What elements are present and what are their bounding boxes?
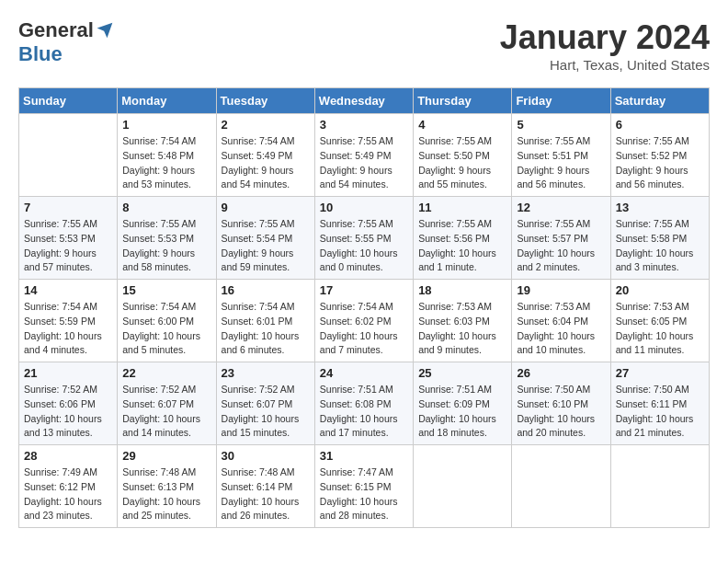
day-info: Sunrise: 7:55 AMSunset: 5:51 PMDaylight:… bbox=[517, 134, 605, 192]
calendar-cell: 10Sunrise: 7:55 AMSunset: 5:55 PMDayligh… bbox=[314, 197, 413, 280]
calendar-week-row: 14Sunrise: 7:54 AMSunset: 5:59 PMDayligh… bbox=[19, 280, 710, 362]
day-number: 14 bbox=[24, 283, 112, 297]
logo-blue-text: Blue bbox=[18, 42, 63, 66]
calendar-cell: 29Sunrise: 7:48 AMSunset: 6:13 PMDayligh… bbox=[118, 445, 216, 528]
day-number: 19 bbox=[517, 283, 605, 297]
calendar-cell bbox=[512, 445, 610, 528]
calendar-week-row: 21Sunrise: 7:52 AMSunset: 6:06 PMDayligh… bbox=[19, 362, 710, 445]
calendar-cell: 5Sunrise: 7:55 AMSunset: 5:51 PMDaylight… bbox=[512, 114, 610, 197]
calendar-cell: 19Sunrise: 7:53 AMSunset: 6:04 PMDayligh… bbox=[512, 280, 610, 362]
day-info: Sunrise: 7:55 AMSunset: 5:58 PMDaylight:… bbox=[616, 217, 704, 275]
calendar-header-row: SundayMondayTuesdayWednesdayThursdayFrid… bbox=[19, 88, 710, 114]
day-info: Sunrise: 7:55 AMSunset: 5:52 PMDaylight:… bbox=[616, 134, 704, 192]
day-number: 24 bbox=[320, 366, 408, 380]
day-number: 13 bbox=[616, 201, 704, 214]
calendar-cell: 7Sunrise: 7:55 AMSunset: 5:53 PMDaylight… bbox=[19, 197, 118, 280]
day-info: Sunrise: 7:54 AMSunset: 5:48 PMDaylight:… bbox=[122, 134, 210, 192]
day-info: Sunrise: 7:50 AMSunset: 6:11 PMDaylight:… bbox=[616, 383, 704, 441]
day-info: Sunrise: 7:55 AMSunset: 5:53 PMDaylight:… bbox=[24, 217, 112, 275]
calendar-header-sunday: Sunday bbox=[19, 88, 118, 114]
day-number: 5 bbox=[517, 118, 605, 132]
calendar-cell: 3Sunrise: 7:55 AMSunset: 5:49 PMDaylight… bbox=[314, 114, 413, 197]
logo-general-text: General bbox=[18, 18, 94, 42]
calendar-week-row: 7Sunrise: 7:55 AMSunset: 5:53 PMDaylight… bbox=[19, 197, 710, 280]
day-number: 15 bbox=[122, 283, 210, 297]
day-info: Sunrise: 7:55 AMSunset: 5:55 PMDaylight:… bbox=[320, 217, 408, 275]
day-info: Sunrise: 7:55 AMSunset: 5:57 PMDaylight:… bbox=[517, 217, 605, 275]
calendar-cell: 24Sunrise: 7:51 AMSunset: 6:08 PMDayligh… bbox=[314, 362, 413, 445]
day-info: Sunrise: 7:48 AMSunset: 6:14 PMDaylight:… bbox=[222, 465, 310, 523]
day-number: 11 bbox=[418, 201, 506, 214]
day-info: Sunrise: 7:54 AMSunset: 5:49 PMDaylight:… bbox=[222, 134, 310, 192]
calendar-cell: 14Sunrise: 7:54 AMSunset: 5:59 PMDayligh… bbox=[19, 280, 118, 362]
day-number: 22 bbox=[122, 366, 210, 380]
month-title: January 2024 bbox=[500, 18, 710, 57]
day-info: Sunrise: 7:51 AMSunset: 6:09 PMDaylight:… bbox=[418, 383, 506, 441]
day-number: 7 bbox=[24, 201, 112, 214]
day-info: Sunrise: 7:48 AMSunset: 6:13 PMDaylight:… bbox=[122, 465, 210, 523]
day-number: 28 bbox=[24, 449, 112, 463]
calendar-table: SundayMondayTuesdayWednesdayThursdayFrid… bbox=[18, 87, 710, 528]
calendar-cell: 15Sunrise: 7:54 AMSunset: 6:00 PMDayligh… bbox=[118, 280, 216, 362]
calendar-cell: 9Sunrise: 7:55 AMSunset: 5:54 PMDaylight… bbox=[216, 197, 314, 280]
calendar-cell bbox=[19, 114, 118, 197]
calendar-header-wednesday: Wednesday bbox=[314, 88, 413, 114]
day-number: 10 bbox=[320, 201, 408, 214]
calendar-cell: 6Sunrise: 7:55 AMSunset: 5:52 PMDaylight… bbox=[610, 114, 709, 197]
day-info: Sunrise: 7:54 AMSunset: 6:00 PMDaylight:… bbox=[122, 300, 210, 358]
day-number: 18 bbox=[418, 283, 506, 297]
calendar-cell: 27Sunrise: 7:50 AMSunset: 6:11 PMDayligh… bbox=[610, 362, 709, 445]
day-number: 25 bbox=[418, 366, 506, 380]
day-info: Sunrise: 7:47 AMSunset: 6:15 PMDaylight:… bbox=[320, 465, 408, 523]
calendar-header-thursday: Thursday bbox=[414, 88, 512, 114]
day-number: 29 bbox=[122, 449, 210, 463]
calendar-week-row: 28Sunrise: 7:49 AMSunset: 6:12 PMDayligh… bbox=[19, 445, 710, 528]
calendar-cell: 31Sunrise: 7:47 AMSunset: 6:15 PMDayligh… bbox=[314, 445, 413, 528]
day-info: Sunrise: 7:49 AMSunset: 6:12 PMDaylight:… bbox=[24, 465, 112, 523]
title-block: January 2024 Hart, Texas, United States bbox=[500, 18, 710, 73]
calendar-cell bbox=[414, 445, 512, 528]
day-info: Sunrise: 7:53 AMSunset: 6:03 PMDaylight:… bbox=[418, 300, 506, 358]
day-info: Sunrise: 7:52 AMSunset: 6:06 PMDaylight:… bbox=[24, 383, 112, 441]
day-number: 26 bbox=[517, 366, 605, 380]
logo: General Blue bbox=[18, 18, 114, 66]
day-number: 12 bbox=[517, 201, 605, 214]
calendar-cell: 12Sunrise: 7:55 AMSunset: 5:57 PMDayligh… bbox=[512, 197, 610, 280]
calendar-cell: 28Sunrise: 7:49 AMSunset: 6:12 PMDayligh… bbox=[19, 445, 118, 528]
calendar-cell: 16Sunrise: 7:54 AMSunset: 6:01 PMDayligh… bbox=[216, 280, 314, 362]
day-number: 31 bbox=[320, 449, 408, 463]
day-info: Sunrise: 7:53 AMSunset: 6:05 PMDaylight:… bbox=[616, 300, 704, 358]
day-info: Sunrise: 7:54 AMSunset: 5:59 PMDaylight:… bbox=[24, 300, 112, 358]
calendar-week-row: 1Sunrise: 7:54 AMSunset: 5:48 PMDaylight… bbox=[19, 114, 710, 197]
day-info: Sunrise: 7:51 AMSunset: 6:08 PMDaylight:… bbox=[320, 383, 408, 441]
day-info: Sunrise: 7:55 AMSunset: 5:53 PMDaylight:… bbox=[122, 217, 210, 275]
calendar-cell: 2Sunrise: 7:54 AMSunset: 5:49 PMDaylight… bbox=[216, 114, 314, 197]
calendar-cell: 21Sunrise: 7:52 AMSunset: 6:06 PMDayligh… bbox=[19, 362, 118, 445]
calendar-cell: 30Sunrise: 7:48 AMSunset: 6:14 PMDayligh… bbox=[216, 445, 314, 528]
logo-bird-icon bbox=[96, 21, 114, 40]
calendar-cell: 18Sunrise: 7:53 AMSunset: 6:03 PMDayligh… bbox=[414, 280, 512, 362]
calendar-cell: 8Sunrise: 7:55 AMSunset: 5:53 PMDaylight… bbox=[118, 197, 216, 280]
calendar-cell: 25Sunrise: 7:51 AMSunset: 6:09 PMDayligh… bbox=[414, 362, 512, 445]
calendar-cell: 23Sunrise: 7:52 AMSunset: 6:07 PMDayligh… bbox=[216, 362, 314, 445]
day-info: Sunrise: 7:52 AMSunset: 6:07 PMDaylight:… bbox=[222, 383, 310, 441]
calendar-header-monday: Monday bbox=[118, 88, 216, 114]
day-info: Sunrise: 7:55 AMSunset: 5:49 PMDaylight:… bbox=[320, 134, 408, 192]
day-number: 2 bbox=[222, 118, 310, 132]
day-info: Sunrise: 7:54 AMSunset: 6:01 PMDaylight:… bbox=[222, 300, 310, 358]
calendar-header-saturday: Saturday bbox=[610, 88, 709, 114]
day-number: 23 bbox=[222, 366, 310, 380]
page-header: General Blue January 2024 Hart, Texas, U… bbox=[18, 18, 710, 73]
calendar-header-friday: Friday bbox=[512, 88, 610, 114]
day-info: Sunrise: 7:52 AMSunset: 6:07 PMDaylight:… bbox=[122, 383, 210, 441]
day-info: Sunrise: 7:50 AMSunset: 6:10 PMDaylight:… bbox=[517, 383, 605, 441]
day-number: 30 bbox=[222, 449, 310, 463]
day-number: 27 bbox=[616, 366, 704, 380]
calendar-cell: 26Sunrise: 7:50 AMSunset: 6:10 PMDayligh… bbox=[512, 362, 610, 445]
day-number: 9 bbox=[222, 201, 310, 214]
day-info: Sunrise: 7:55 AMSunset: 5:54 PMDaylight:… bbox=[222, 217, 310, 275]
day-info: Sunrise: 7:55 AMSunset: 5:50 PMDaylight:… bbox=[418, 134, 506, 192]
day-info: Sunrise: 7:55 AMSunset: 5:56 PMDaylight:… bbox=[418, 217, 506, 275]
day-number: 1 bbox=[122, 118, 210, 132]
location-text: Hart, Texas, United States bbox=[500, 57, 710, 73]
